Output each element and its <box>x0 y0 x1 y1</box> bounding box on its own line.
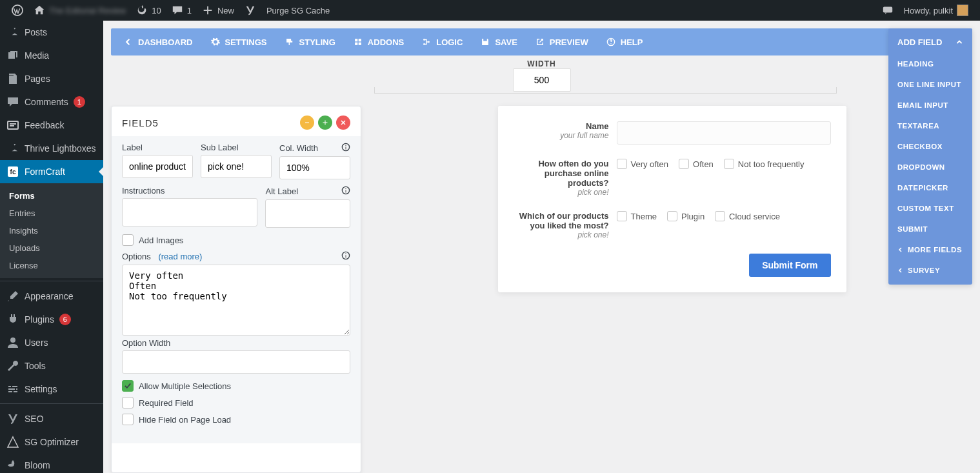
branch-icon <box>422 37 431 46</box>
colwidth-input[interactable] <box>279 156 350 179</box>
toolbar-settings[interactable]: SETTINGS <box>202 28 276 55</box>
updates[interactable]: 10 <box>131 0 166 21</box>
toolbar-styling[interactable]: STYLING <box>276 28 345 55</box>
optionwidth-input[interactable] <box>122 350 350 374</box>
sidebar-item-media[interactable]: Media <box>0 44 103 67</box>
collapse-button[interactable] <box>300 116 314 130</box>
sidebar-item-seo[interactable]: SEO <box>0 407 103 430</box>
preview-field: How often do you purchase online product… <box>514 159 831 197</box>
sidebar-item-label: FormCraft <box>25 166 65 177</box>
altlabel-input[interactable] <box>265 199 350 228</box>
addfield-textarea[interactable]: TEXTAREA <box>888 116 972 136</box>
addfield-checkbox[interactable]: CHECKBOX <box>888 136 972 157</box>
toolbar-help[interactable]: HELP <box>597 28 652 55</box>
sidebar-item-posts[interactable]: Posts <box>0 21 103 44</box>
instructions-input[interactable] <box>122 198 257 226</box>
submit-button[interactable]: Submit Form <box>749 254 830 277</box>
toolbar-dashboard[interactable]: DASHBOARD <box>115 28 202 55</box>
toolbar-addons[interactable]: ADDONS <box>345 28 413 55</box>
submenu-insights[interactable]: Insights <box>0 222 103 239</box>
readmore-link[interactable]: (read more) <box>158 252 202 261</box>
add-field-panel: ADD FIELD HEADINGONE LINE INPUTEMAIL INP… <box>888 28 972 285</box>
options-label: Options (read more) <box>122 251 350 262</box>
preview-option[interactable]: Not too frequently <box>724 159 805 169</box>
toolbar-logic[interactable]: LOGIC <box>413 28 472 55</box>
sidebar-item-users[interactable]: Users <box>0 331 103 354</box>
sidebar-item-sg-optimizer[interactable]: SG Optimizer <box>0 430 103 454</box>
required-checkbox[interactable]: Required Field <box>122 397 350 408</box>
add-button[interactable] <box>318 116 332 130</box>
info-icon[interactable] <box>341 143 350 154</box>
submenu-forms[interactable]: Forms <box>0 187 103 205</box>
add-field-header[interactable]: ADD FIELD <box>888 28 972 54</box>
preview-label: How often do you purchase online product… <box>514 159 609 188</box>
sidebar-item-label: Appearance <box>25 291 74 301</box>
main-area: DASHBOARD SETTINGS STYLING ADDONS LOGIC … <box>103 21 980 473</box>
info-icon[interactable] <box>341 251 350 262</box>
howdy-user[interactable]: Howdy, pulkit <box>899 0 974 21</box>
addfield-one-line-input[interactable]: ONE LINE INPUT <box>888 74 972 95</box>
bloom-icon <box>6 459 19 472</box>
pin-icon <box>6 26 19 39</box>
submenu-entries[interactable]: Entries <box>0 205 103 222</box>
remove-button[interactable] <box>336 116 350 130</box>
allowmulti-checkbox[interactable]: Allow Multiple Selections <box>122 380 350 392</box>
sidebar-item-formcraft[interactable]: FormCraft <box>0 160 103 183</box>
sublabel-input[interactable] <box>201 155 272 178</box>
toolbar-preview[interactable]: PREVIEW <box>526 28 597 55</box>
width-input[interactable] <box>513 68 571 92</box>
sidebar-item-label: Settings <box>25 384 57 394</box>
preview-text-input[interactable] <box>617 121 831 145</box>
addfield-heading[interactable]: HEADING <box>888 54 972 74</box>
form-preview: Nameyour full name How often do you purc… <box>498 106 846 292</box>
preview-option[interactable]: Plugin <box>667 211 705 221</box>
sliders-icon <box>6 383 19 396</box>
grid-icon <box>354 37 363 46</box>
purge-cache[interactable]: Purge SG Cache <box>261 0 335 21</box>
colwidth-label: Col. Width <box>279 143 350 154</box>
sidebar-item-bloom[interactable]: Bloom <box>0 454 103 473</box>
addfield-dropdown[interactable]: DROPDOWN <box>888 157 972 177</box>
sidebar-item-label: SG Optimizer <box>25 437 79 447</box>
addfield-submit[interactable]: SUBMIT <box>888 219 972 239</box>
addimages-checkbox[interactable]: Add Images <box>122 234 350 246</box>
wp-logo[interactable] <box>6 0 28 21</box>
sidebar-item-plugins[interactable]: Plugins 6 <box>0 308 103 331</box>
feedback-icon <box>6 119 19 132</box>
submenu-uploads[interactable]: Uploads <box>0 239 103 257</box>
preview-option[interactable]: Theme <box>617 211 657 221</box>
width-label: WIDTH <box>513 59 571 68</box>
sidebar-item-label: Tools <box>25 361 46 371</box>
options-textarea[interactable] <box>122 265 350 336</box>
toolbar-save[interactable]: SAVE <box>472 28 526 55</box>
yoast-icon[interactable] <box>239 0 261 21</box>
new-content[interactable]: New <box>197 0 239 21</box>
paint-icon <box>285 37 294 46</box>
sidebar-item-tools[interactable]: Tools <box>0 354 103 377</box>
info-icon[interactable] <box>341 186 350 197</box>
preview-option[interactable]: Cloud service <box>715 211 780 221</box>
comments-count[interactable]: 1 <box>166 0 197 21</box>
survey[interactable]: SURVEY <box>888 260 972 281</box>
sidebar-item-pages[interactable]: Pages <box>0 67 103 90</box>
admin-bar: The Editorial Review 10 1 New Purge SG C… <box>0 0 980 21</box>
addfield-custom-text[interactable]: CUSTOM TEXT <box>888 198 972 219</box>
sidebar-item-appearance[interactable]: Appearance <box>0 285 103 308</box>
sidebar-item-label: Media <box>25 50 49 61</box>
width-bar: WIDTH <box>111 59 972 92</box>
addfield-datepicker[interactable]: DATEPICKER <box>888 177 972 198</box>
label-input[interactable] <box>122 155 193 178</box>
notices-icon[interactable] <box>877 0 899 21</box>
sidebar-item-comments[interactable]: Comments 1 <box>0 90 103 114</box>
submenu-license[interactable]: License <box>0 257 103 274</box>
sidebar-item-settings[interactable]: Settings <box>0 377 103 401</box>
sidebar-item-thrive-lightboxes[interactable]: Thrive Lightboxes <box>0 137 103 160</box>
sidebar-item-feedback[interactable]: Feedback <box>0 114 103 137</box>
sidebar-item-label: Feedback <box>25 120 64 130</box>
site-home[interactable]: The Editorial Review <box>28 0 131 21</box>
addfield-email-input[interactable]: EMAIL INPUT <box>888 95 972 116</box>
hide-checkbox[interactable]: Hide Field on Page Load <box>122 414 350 425</box>
more-fields[interactable]: MORE FIELDS <box>888 239 972 260</box>
preview-option[interactable]: Often <box>679 159 714 169</box>
preview-option[interactable]: Very often <box>617 159 669 169</box>
